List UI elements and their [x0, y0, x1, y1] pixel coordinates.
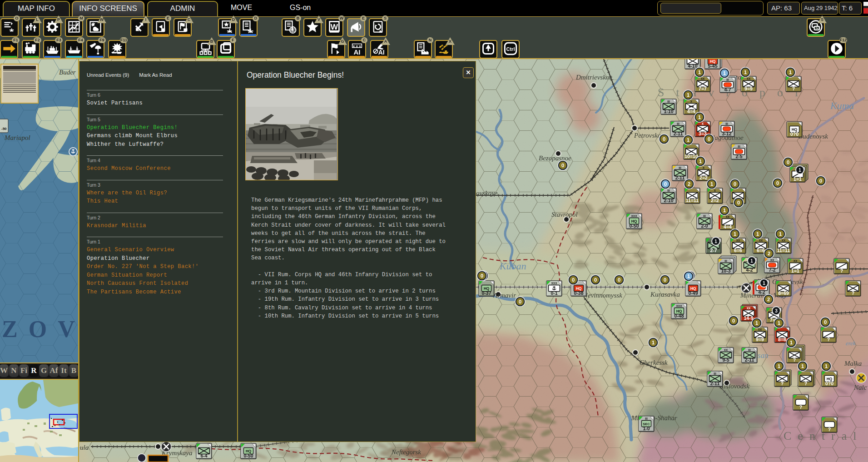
svg-text:6=6: 6=6 [757, 248, 765, 253]
svg-text:0: 0 [734, 181, 736, 187]
svg-text:11=11: 11=11 [777, 248, 790, 253]
svg-text:?: ? [793, 357, 796, 363]
svg-text:X: X [690, 100, 693, 103]
svg-text:?: ? [792, 86, 795, 91]
svg-text:1: 1 [687, 273, 690, 279]
svg-text:2: 2 [688, 181, 690, 187]
svg-text:XX: XX [782, 239, 786, 242]
svg-text:0: 0 [618, 277, 620, 283]
svg-text:XX: XX [747, 307, 751, 310]
svg-text:HQ: HQ [676, 309, 682, 313]
svg-text:2: 2 [768, 251, 770, 256]
svg-text:1: 1 [756, 231, 759, 237]
svg-text:XX: XX [758, 328, 762, 331]
svg-text:III: III [667, 100, 670, 103]
svg-text:Mariupol: Mariupol [4, 134, 30, 141]
svg-text:III: III [738, 145, 740, 148]
svg-text:4=4: 4=4 [724, 224, 732, 229]
svg-text:4-10: 4-10 [688, 63, 697, 69]
svg-text:XXX: XXX [551, 282, 557, 285]
svg-text:HQ: HQ [690, 286, 696, 291]
svg-text:XX: XX [726, 215, 730, 219]
svg-text:1: 1 [687, 137, 689, 143]
svg-text:4=4: 4=4 [687, 109, 695, 114]
svg-text:1: 1 [699, 159, 702, 164]
svg-text:2: 2 [767, 297, 770, 302]
svg-text:0: 0 [664, 277, 666, 283]
svg-text:XX: XX [747, 77, 751, 80]
svg-text:2-11: 2-11 [745, 357, 754, 363]
svg-text:4-2: 4-2 [758, 289, 765, 295]
svg-text:HQ: HQ [576, 286, 582, 291]
svg-text:-50: -50 [1, 127, 7, 131]
svg-text:2-0: 2-0 [701, 223, 708, 229]
svg-text:XX: XX [701, 77, 705, 80]
svg-text:0?0: 0?0 [825, 381, 833, 386]
svg-text:3-12: 3-12 [722, 131, 731, 136]
svg-text:0: 0 [824, 319, 827, 325]
svg-text:0: 0 [663, 136, 665, 142]
svg-text:1: 1 [744, 70, 747, 75]
svg-text:Ctrl: Ctrl [506, 46, 515, 52]
svg-text:1: 1 [723, 208, 726, 213]
svg-text:ZOV: ZOV [2, 316, 81, 342]
svg-text:2-11: 2-11 [710, 381, 720, 386]
svg-text:Buder: Buder [59, 69, 76, 76]
svg-text:1: 1 [755, 320, 758, 326]
svg-text:AI: AI [378, 49, 385, 55]
svg-text:7-2: 7-2 [769, 267, 775, 273]
svg-text:0-38: 0-38 [574, 290, 583, 296]
svg-text:XX: XX [724, 348, 728, 352]
svg-text:10-3: 10-3 [721, 268, 730, 273]
svg-text:0: 0 [776, 180, 779, 186]
svg-text:III: III [703, 214, 706, 218]
svg-text:?: ? [840, 268, 843, 273]
svg-text:III: III [725, 122, 728, 125]
svg-text:1: 1 [710, 181, 713, 187]
svg-text:XXX: XXX [676, 304, 682, 308]
svg-text:?: ? [799, 404, 802, 410]
svg-text:9=9: 9=9 [756, 337, 764, 342]
svg-text:X: X [714, 189, 716, 192]
svg-text:XX: XX [759, 239, 763, 242]
svg-text:0-50: 0-50 [243, 453, 253, 458]
svg-text:HQ: HQ [484, 286, 490, 291]
svg-text:1: 1 [714, 239, 717, 244]
svg-text:X: X [703, 166, 705, 169]
svg-text:XX: XX [794, 259, 798, 263]
svg-text:8=69: 8=69 [778, 290, 789, 296]
svg-text:0: 0 [572, 277, 575, 283]
svg-text:?: ? [781, 381, 784, 386]
svg-text:?: ? [852, 290, 854, 296]
svg-text:1: 1 [778, 363, 780, 369]
svg-text:III: III [679, 166, 681, 169]
svg-text:1: 1 [723, 70, 726, 76]
svg-text:0: 0 [708, 136, 710, 142]
svg-text:III: III [645, 417, 648, 420]
svg-text:0-50: 0-50 [629, 223, 639, 229]
svg-text:XX: XX [770, 258, 774, 262]
svg-text:0: 0 [481, 273, 483, 278]
svg-text:X: X [702, 122, 704, 125]
svg-text:XX: XX [736, 239, 740, 242]
svg-text:9=9: 9=9 [744, 86, 753, 91]
svg-text:2-10: 2-10 [664, 198, 673, 203]
svg-text:0-49: 0-49 [688, 290, 698, 296]
svg-text:1: 1 [763, 281, 765, 286]
svg-text:?: ? [804, 381, 807, 386]
svg-text:1: 1 [799, 168, 801, 173]
svg-text:0-48: 0-48 [674, 313, 684, 318]
svg-text:14-9: 14-9 [744, 315, 753, 321]
svg-text:2=2: 2=2 [711, 198, 719, 203]
svg-text:3: 3 [775, 308, 778, 313]
svg-text:1: 1 [779, 231, 782, 237]
svg-text:1: 1 [789, 70, 792, 75]
svg-text:2-7: 2-7 [710, 248, 717, 253]
svg-text:1: 1 [698, 114, 701, 120]
svg-text:XXX: XXX [631, 214, 637, 218]
svg-text:0: 0 [594, 277, 597, 283]
svg-text:6-4: 6-4 [200, 453, 207, 458]
svg-text:0-37: 0-37 [481, 290, 491, 296]
svg-text:10=10: 10=10 [684, 154, 698, 159]
svg-text:1: 1 [652, 340, 655, 345]
